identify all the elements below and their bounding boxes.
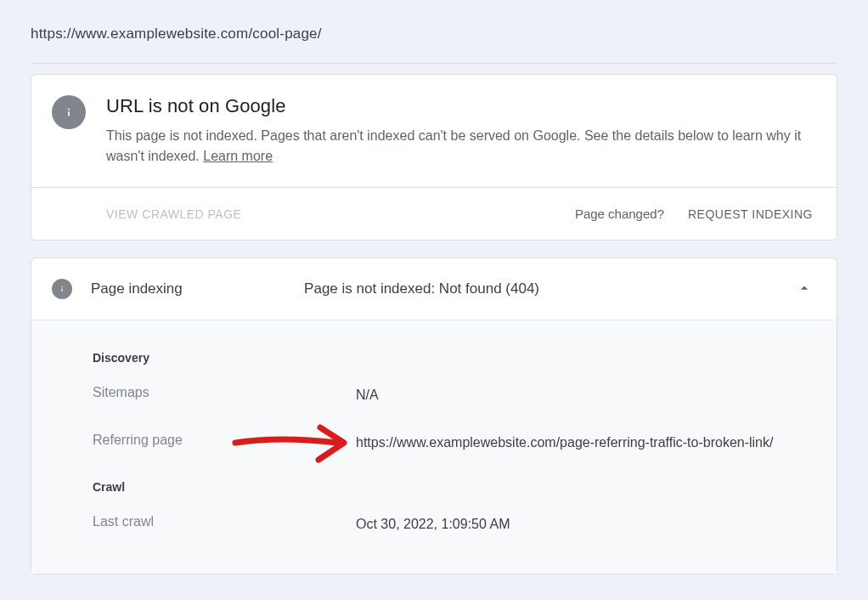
referring-page-label: Referring page <box>93 433 356 453</box>
status-card: URL is not on Google This page is not in… <box>31 74 837 241</box>
last-crawl-value: Oct 30, 2022, 1:09:50 AM <box>356 514 544 535</box>
crawl-heading: Crawl <box>31 475 837 509</box>
last-crawl-label: Last crawl <box>93 514 356 535</box>
page-indexing-card: Page indexing Page is not indexed: Not f… <box>31 258 837 575</box>
discovery-heading: Discovery <box>31 346 837 380</box>
page-indexing-label: Page indexing <box>91 280 183 297</box>
page-indexing-status: Page is not indexed: Not found (404) <box>304 280 777 297</box>
divider <box>31 63 837 64</box>
view-crawled-page-button: VIEW CRAWLED PAGE <box>106 207 241 221</box>
page-indexing-header[interactable]: Page indexing Page is not indexed: Not f… <box>31 258 837 320</box>
chevron-up-icon[interactable] <box>796 280 813 299</box>
info-icon <box>52 95 86 129</box>
referring-page-value: https://www.examplewebsite.com/page-refe… <box>356 433 837 453</box>
status-description: This page is not indexed. Pages that are… <box>106 126 813 167</box>
inspected-url: https://www.examplewebsite.com/cool-page… <box>0 0 868 63</box>
info-icon <box>52 279 72 299</box>
page-changed-label: Page changed? <box>575 207 664 221</box>
sitemaps-value: N/A <box>356 385 413 405</box>
request-indexing-button[interactable]: REQUEST INDEXING <box>688 207 813 221</box>
sitemaps-label: Sitemaps <box>93 385 356 405</box>
status-title: URL is not on Google <box>106 95 813 117</box>
learn-more-link[interactable]: Learn more <box>203 149 273 163</box>
